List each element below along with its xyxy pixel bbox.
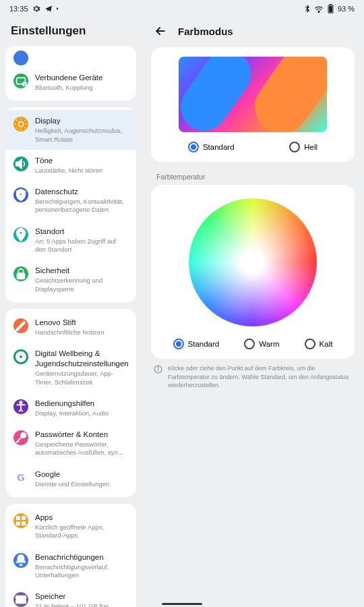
sidebar-item-storage[interactable]: Speicher21 % belegt – 101 GB frei (5, 585, 136, 607)
sound-icon (13, 156, 28, 171)
item-sub: Gespeicherte Passwörter, automatisches A… (35, 440, 128, 457)
item-label: Töne (35, 156, 128, 166)
item-label: Bedienungshilfen (35, 399, 128, 409)
back-icon[interactable] (154, 24, 167, 38)
sidebar-item-key[interactable]: Passwörter & KontenGespeicherte Passwört… (5, 424, 136, 463)
item-sub: Berechtigungen, Kontoaktivität, personen… (35, 198, 128, 214)
color-wheel[interactable] (189, 198, 317, 326)
svg-point-6 (18, 122, 23, 127)
item-sub: Benachrichtigungsverlauf, Unterhaltungen (35, 563, 128, 580)
item-label: Digital Wellbeing & Jugendschutzeinstell… (35, 349, 128, 369)
color-mode-card: StandardHell (151, 47, 355, 162)
section-label-temperature: Farbtemperatur (151, 167, 355, 185)
svg-point-25 (158, 367, 158, 368)
wellbeing-icon (13, 349, 28, 364)
status-bar: 13:35 • 93 % (0, 0, 364, 18)
item-sub: Dienste und Einstellungen (35, 480, 128, 488)
svg-rect-19 (16, 596, 26, 600)
google-icon: G (13, 470, 28, 485)
sidebar-item-devices[interactable]: Verbundene GeräteBluetooth, Kopplung (5, 67, 136, 98)
sidebar-item-bell[interactable]: BenachrichtigungenBenachrichtigungsverla… (5, 546, 136, 586)
sidebar-item-pen[interactable]: Lenovo StiftHandschriftliche Notizen (5, 312, 136, 343)
sidebar-item-lock[interactable]: SicherheitGesichtserkennung und Displays… (5, 260, 136, 299)
nav-handle[interactable] (162, 603, 202, 605)
grid-icon (13, 513, 28, 528)
item-label: Standort (35, 227, 128, 237)
devices-icon (13, 74, 28, 88)
telegram-icon (44, 5, 53, 13)
color-mode-option[interactable]: Hell (289, 142, 317, 152)
svg-rect-4 (17, 78, 26, 84)
svg-rect-9 (18, 274, 25, 279)
lock-icon (13, 266, 28, 281)
item-sub: Display, Interaktion, Audio (35, 409, 128, 417)
item-label: Passwörter & Konten (35, 430, 128, 440)
item-label: Google (35, 469, 128, 480)
shield-icon (13, 187, 28, 202)
pen-icon (13, 318, 28, 333)
color-temp-option[interactable]: Warm (244, 339, 279, 349)
a11y-icon (13, 399, 28, 414)
svg-rect-16 (22, 517, 26, 520)
svg-rect-15 (17, 517, 20, 520)
color-temperature-card: StandardWarmKalt (151, 185, 355, 359)
svg-rect-17 (17, 522, 20, 525)
svg-point-8 (20, 231, 23, 235)
item-label: Lenovo Stift (35, 318, 128, 328)
info-icon (154, 365, 162, 374)
color-mode-option[interactable]: Standard (188, 142, 235, 152)
radio-label: Standard (203, 143, 235, 151)
item-label: Benachrichtigungen (35, 552, 128, 562)
hint-text: Klicke oder ziehe den Punkt auf dem Farb… (168, 364, 352, 390)
sidebar-item-a11y[interactable]: BedienungshilfenDisplay, Interaktion, Au… (5, 393, 136, 424)
svg-point-7 (20, 193, 22, 196)
clock: 13:35 (9, 5, 28, 13)
sidebar-item-grid[interactable]: AppsKürzlich geöffnete Apps, Standard-Ap… (5, 507, 136, 546)
key-icon (13, 430, 28, 445)
item-sub: Helligkeit, Augenschutzmodus, Smart Rota… (35, 127, 128, 144)
color-temp-option[interactable]: Kalt (305, 339, 333, 349)
svg-text:G: G (17, 471, 24, 482)
item-sub: Kürzlich geöffnete Apps, Standard-Apps (35, 523, 128, 540)
item-sub: 21 % belegt – 101 GB frei (35, 602, 128, 607)
bell-icon (13, 553, 28, 568)
bluetooth-icon (304, 5, 310, 13)
battery-icon (328, 4, 334, 13)
storage-icon (13, 592, 28, 607)
item-label: Datenschutz (35, 187, 128, 197)
gear-icon (32, 5, 40, 13)
svg-rect-2 (329, 6, 332, 12)
battery-percent: 93 % (338, 5, 355, 13)
radio-icon (244, 339, 255, 349)
item-sub: Lautstärke, Nicht stören (35, 167, 128, 175)
radio-label: Kalt (320, 340, 333, 348)
sidebar-item-sound[interactable]: TöneLautstärke, Nicht stören (5, 150, 136, 181)
color-temp-option[interactable]: Standard (173, 339, 220, 349)
settings-sidebar: Einstellungen …Verbundene GeräteBluetoot… (0, 18, 142, 607)
sun-icon (13, 117, 28, 132)
item-sub: Gesichtserkennung und Displaysperre (35, 277, 128, 293)
sidebar-item-wellbeing[interactable]: Digital Wellbeing & Jugendschutzeinstell… (5, 343, 136, 393)
sidebar-title: Einstellungen (5, 18, 136, 46)
svg-rect-18 (22, 522, 26, 525)
sidebar-item-sun[interactable]: DisplayHelligkeit, Augenschutzmodus, Sma… (5, 110, 136, 150)
radio-label: Standard (188, 340, 220, 348)
item-sub: Handschriftliche Notizen (35, 328, 128, 337)
item-sub: An: 5 Apps haben Zugriff auf den Standor… (35, 237, 128, 254)
item-label: Sicherheit (35, 266, 128, 276)
sidebar-item-google[interactable]: GGoogleDienste und Einstellungen (5, 463, 136, 494)
svg-point-11 (19, 355, 23, 359)
sidebar-item-pin[interactable]: StandortAn: 5 Apps haben Zugriff auf den… (5, 221, 136, 260)
item-sub: Gerätenutzungsdauer, App-Timer, Schlafen… (35, 370, 128, 386)
sidebar-item-shield[interactable]: DatenschutzBerechtigungen, Kontoaktivitä… (5, 181, 136, 221)
hint-row: Klicke oder ziehe den Punkt auf dem Farb… (151, 364, 355, 390)
svg-point-0 (318, 11, 319, 12)
item-label: Apps (35, 513, 128, 523)
item-label: Verbundene Geräte (35, 73, 128, 83)
svg-rect-20 (16, 600, 26, 604)
detail-pane: Farbmodus StandardHell Farbtemperatur St… (142, 18, 364, 607)
pin-icon (13, 227, 28, 242)
radio-icon (173, 339, 184, 349)
svg-rect-3 (330, 4, 332, 5)
item-label: Display (35, 116, 128, 126)
